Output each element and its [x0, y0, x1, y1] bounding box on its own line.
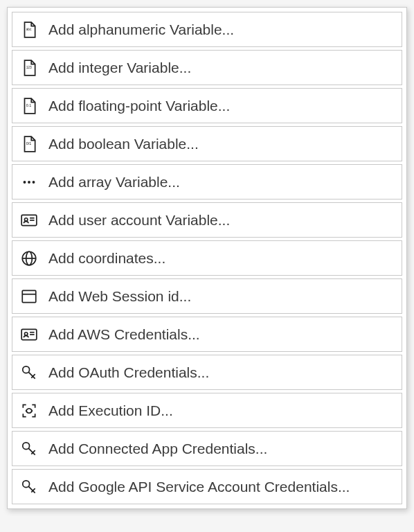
svg-point-17	[25, 332, 28, 335]
menu-label: Add array Variable...	[48, 174, 180, 190]
file-decimal-icon: 0.1	[19, 96, 39, 116]
menu-item-aws[interactable]: Add AWS Credentials...	[12, 317, 402, 352]
menu-item-boolean[interactable]: 0/1 Add boolean Variable...	[12, 126, 402, 161]
globe-icon	[19, 249, 39, 268]
svg-rect-7	[21, 215, 37, 225]
key-icon	[19, 477, 39, 497]
menu-label: Add Web Session id...	[48, 288, 191, 305]
key-icon	[19, 439, 39, 459]
menu-label: Add alphanumeric Variable...	[48, 21, 234, 38]
menu-label: Add Google API Service Account Credentia…	[48, 479, 350, 495]
menu-label: Add coordinates...	[48, 250, 165, 267]
menu-item-web-session[interactable]: Add Web Session id...	[12, 278, 402, 314]
key-icon	[19, 363, 39, 382]
svg-point-4	[24, 181, 26, 184]
menu-label: Add user account Variable...	[48, 212, 230, 229]
menu-label: Add OAuth Credentials...	[48, 364, 209, 381]
dots-icon	[19, 172, 39, 192]
menu-label: Add AWS Credentials...	[48, 326, 200, 343]
window-icon	[19, 287, 39, 306]
menu-label: Add boolean Variable...	[48, 136, 199, 152]
scan-icon	[19, 401, 39, 420]
menu-label: Add Execution ID...	[48, 402, 173, 419]
id-card-icon	[19, 325, 39, 344]
menu-item-coordinates[interactable]: Add coordinates...	[12, 240, 402, 276]
menu-item-integer[interactable]: 123 Add integer Variable...	[12, 50, 402, 85]
menu-item-google-api[interactable]: Add Google API Service Account Credentia…	[12, 469, 402, 504]
menu-item-user-account[interactable]: Add user account Variable...	[12, 202, 402, 238]
menu-item-oauth[interactable]: Add OAuth Credentials...	[12, 355, 402, 390]
file-123-icon: 123	[19, 58, 39, 78]
svg-point-21	[23, 442, 30, 449]
svg-point-20	[23, 366, 30, 373]
menu-item-connected-app[interactable]: Add Connected App Credentials...	[12, 431, 402, 466]
svg-text:0/1: 0/1	[26, 141, 32, 145]
menu-item-floating[interactable]: 0.1 Add floating-point Variable...	[12, 88, 402, 123]
menu-item-alphanumeric[interactable]: abc Add alphanumeric Variable...	[12, 12, 402, 47]
svg-rect-14	[22, 290, 36, 302]
svg-text:123: 123	[26, 66, 32, 69]
svg-point-5	[28, 181, 30, 184]
file-bool-icon: 0/1	[19, 134, 39, 154]
svg-point-8	[25, 218, 28, 220]
svg-rect-16	[21, 329, 37, 339]
menu-label: Add integer Variable...	[48, 60, 191, 76]
menu-label: Add Connected App Credentials...	[48, 441, 267, 457]
svg-text:abc: abc	[26, 28, 32, 31]
svg-point-6	[33, 181, 35, 184]
menu-label: Add floating-point Variable...	[48, 98, 230, 114]
svg-point-22	[23, 480, 30, 487]
variable-menu: abc Add alphanumeric Variable... 123 Add…	[7, 7, 407, 509]
menu-item-array[interactable]: Add array Variable...	[12, 164, 402, 200]
id-card-icon	[19, 211, 39, 230]
menu-item-execution[interactable]: Add Execution ID...	[12, 393, 402, 428]
file-abc-icon: abc	[19, 20, 39, 39]
svg-text:0.1: 0.1	[26, 103, 32, 107]
